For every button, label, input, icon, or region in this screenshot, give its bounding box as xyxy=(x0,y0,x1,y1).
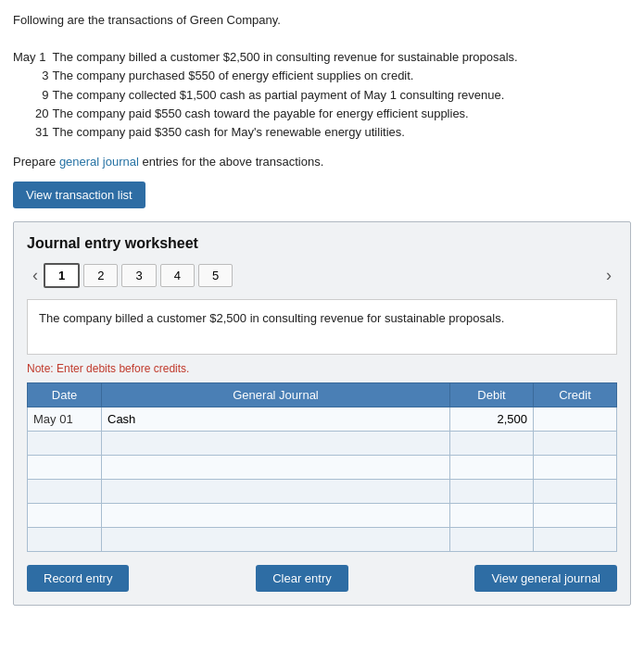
transaction-text-2: The company purchased $550 of energy eff… xyxy=(52,67,517,85)
tab-prev-button[interactable]: ‹ xyxy=(27,264,44,287)
row4-credit-input[interactable] xyxy=(539,484,611,498)
row1-debit[interactable] xyxy=(450,407,534,431)
row6-gj-input[interactable] xyxy=(107,532,444,546)
intro-section: Following are the transactions of Green … xyxy=(13,11,631,142)
row5-credit[interactable] xyxy=(534,503,617,527)
row1-date: May 01 xyxy=(28,407,102,431)
row5-debit[interactable] xyxy=(450,503,534,527)
row4-credit[interactable] xyxy=(534,479,617,503)
transaction-row-3: 9 The company collected $1,500 cash as p… xyxy=(13,86,518,105)
row1-credit[interactable] xyxy=(534,407,617,431)
table-row xyxy=(28,455,617,479)
transaction-text-5: The company paid $350 cash for May's ren… xyxy=(52,123,517,142)
transaction-text-1: The company billed a customer $2,500 in … xyxy=(52,48,517,67)
row4-date xyxy=(28,479,102,503)
worksheet-title: Journal entry worksheet xyxy=(27,235,617,252)
row4-gj-input[interactable] xyxy=(107,484,444,498)
row5-gj-input[interactable] xyxy=(107,508,444,522)
transaction-date-5: 31 xyxy=(13,123,52,142)
transaction-row-5: 31 The company paid $350 cash for May's … xyxy=(13,123,518,142)
row6-gj[interactable] xyxy=(102,527,450,551)
row4-gj[interactable] xyxy=(102,479,450,503)
row3-gj-input[interactable] xyxy=(107,460,444,474)
view-general-journal-button[interactable]: View general journal xyxy=(474,565,617,592)
record-entry-button[interactable]: Record entry xyxy=(27,565,129,592)
table-row: May 01 xyxy=(28,407,617,431)
row6-debit-input[interactable] xyxy=(456,532,527,546)
row3-credit-input[interactable] xyxy=(539,460,611,474)
row3-gj[interactable] xyxy=(102,455,450,479)
worksheet-panel: Journal entry worksheet ‹ 1 2 3 4 5 › Th… xyxy=(13,221,631,606)
transaction-row-1: May 1 The company billed a customer $2,5… xyxy=(13,48,518,67)
row5-gj[interactable] xyxy=(102,503,450,527)
transaction-description: The company billed a customer $2,500 in … xyxy=(27,299,617,355)
transaction-date-1: May 1 xyxy=(13,48,52,67)
row4-debit[interactable] xyxy=(450,479,534,503)
view-transaction-list-button[interactable]: View transaction list xyxy=(13,182,145,208)
row1-credit-input[interactable] xyxy=(539,412,611,426)
row1-gj[interactable] xyxy=(102,407,450,431)
row5-date xyxy=(28,503,102,527)
transaction-date-2: 3 xyxy=(13,67,52,85)
prepare-journal-link: general journal xyxy=(59,155,139,169)
tab-4-button[interactable]: 4 xyxy=(160,264,195,287)
intro-line1: Following are the transactions of Green … xyxy=(13,11,631,30)
row2-gj[interactable] xyxy=(102,431,450,455)
tab-1-button[interactable]: 1 xyxy=(44,263,80,288)
row3-credit[interactable] xyxy=(534,455,617,479)
table-row xyxy=(28,479,617,503)
journal-table: Date General Journal Debit Credit May 01 xyxy=(27,382,617,552)
transaction-text-4: The company paid $550 cash toward the pa… xyxy=(52,105,517,123)
bottom-buttons: Record entry Clear entry View general jo… xyxy=(27,565,617,592)
row6-credit-input[interactable] xyxy=(539,532,611,546)
row3-debit-input[interactable] xyxy=(456,460,527,474)
row3-debit[interactable] xyxy=(450,455,534,479)
tab-2-button[interactable]: 2 xyxy=(83,264,118,287)
row6-date xyxy=(28,527,102,551)
col-header-gj: General Journal xyxy=(102,382,450,407)
note-text: Note: Enter debits before credits. xyxy=(27,362,617,375)
table-row xyxy=(28,503,617,527)
row2-debit[interactable] xyxy=(450,431,534,455)
table-header-row: Date General Journal Debit Credit xyxy=(28,382,617,407)
row6-debit[interactable] xyxy=(450,527,534,551)
row2-debit-input[interactable] xyxy=(456,436,527,450)
row5-debit-input[interactable] xyxy=(456,508,527,522)
row2-gj-input[interactable] xyxy=(107,436,444,450)
tab-next-button[interactable]: › xyxy=(600,264,617,287)
row3-date xyxy=(28,455,102,479)
transaction-row-2: 3 The company purchased $550 of energy e… xyxy=(13,67,518,85)
transaction-text-3: The company collected $1,500 cash as par… xyxy=(52,86,517,105)
row4-debit-input[interactable] xyxy=(456,484,527,498)
row2-date xyxy=(28,431,102,455)
col-header-credit: Credit xyxy=(534,382,617,407)
prepare-line: Prepare general journal entries for the … xyxy=(13,155,631,169)
col-header-debit: Debit xyxy=(450,382,534,407)
tab-5-button[interactable]: 5 xyxy=(198,264,233,287)
transaction-row-4: 20 The company paid $550 cash toward the… xyxy=(13,105,518,123)
row6-credit[interactable] xyxy=(534,527,617,551)
row1-gj-input[interactable] xyxy=(107,412,444,426)
transaction-date-3: 9 xyxy=(13,86,52,105)
row2-credit[interactable] xyxy=(534,431,617,455)
tabs-row: ‹ 1 2 3 4 5 › xyxy=(27,263,617,288)
transaction-date-4: 20 xyxy=(13,105,52,123)
row2-credit-input[interactable] xyxy=(539,436,611,450)
clear-entry-button[interactable]: Clear entry xyxy=(256,565,348,592)
tab-3-button[interactable]: 3 xyxy=(121,264,156,287)
table-row xyxy=(28,431,617,455)
row1-debit-input[interactable] xyxy=(456,412,527,426)
table-row xyxy=(28,527,617,551)
row5-credit-input[interactable] xyxy=(539,508,611,522)
col-header-date: Date xyxy=(28,382,102,407)
